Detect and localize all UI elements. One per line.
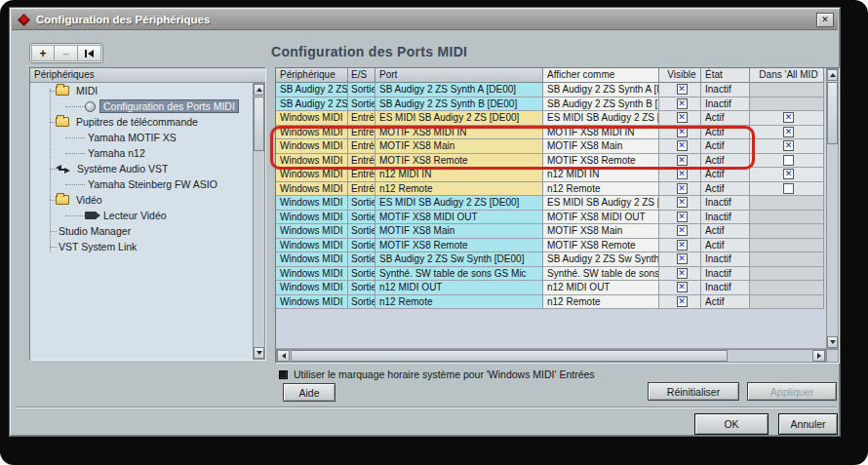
checked-checkbox[interactable] (783, 112, 794, 123)
show-as-cell[interactable]: MOTIF XS8 Remote (543, 239, 659, 253)
close-button[interactable]: ✕ (816, 13, 834, 27)
state-cell[interactable]: Inactif (701, 252, 750, 267)
state-cell[interactable]: Actif (701, 168, 750, 182)
checked-checkbox[interactable] (677, 140, 688, 151)
visible-cell[interactable] (659, 295, 701, 310)
scroll-up-button[interactable] (827, 69, 838, 81)
checked-checkbox[interactable] (677, 197, 688, 208)
table-row[interactable]: Windows MIDISortieES MIDI SB Audigy 2 ZS… (276, 196, 826, 211)
apply-button[interactable]: Appliquer (747, 382, 837, 401)
tree-item[interactable]: Yamaha MOTIF XS (30, 130, 265, 145)
tree-item[interactable]: Système Audio VST (30, 161, 265, 176)
visible-cell[interactable] (659, 97, 701, 112)
tree-item[interactable]: VST System Link (30, 239, 265, 254)
checked-checkbox[interactable] (677, 183, 688, 194)
visible-cell[interactable] (659, 281, 701, 295)
checked-checkbox[interactable] (677, 98, 688, 109)
table-row[interactable]: Windows MIDISortien12 Remoten12 RemoteAc… (276, 295, 826, 310)
checked-checkbox[interactable] (783, 127, 794, 137)
table-row[interactable]: Windows MIDIEntréen12 MIDI INn12 MIDI IN… (276, 168, 826, 182)
checked-checkbox[interactable] (677, 169, 688, 179)
scrollbar-thumb[interactable] (827, 82, 838, 144)
ok-button[interactable]: OK (694, 413, 769, 435)
table-row[interactable]: Windows MIDIEntréeES MIDI SB Audigy 2 ZS… (276, 111, 826, 126)
table-row[interactable]: Windows MIDIEntréeMOTIF XS8 MainMOTIF XS… (276, 139, 826, 154)
visible-cell[interactable] (659, 168, 701, 182)
column-header[interactable]: Visible (659, 68, 701, 83)
visible-cell[interactable] (659, 139, 701, 154)
visible-cell[interactable] (659, 239, 701, 253)
scroll-left-button[interactable] (277, 350, 290, 362)
show-as-cell[interactable]: MOTIF XS8 Main (543, 224, 659, 239)
add-device-button[interactable]: + (31, 45, 55, 61)
table-row[interactable]: Windows MIDIEntréen12 Remoten12 RemoteAc… (276, 182, 826, 197)
in-all-midi-cell[interactable] (750, 83, 824, 97)
checked-checkbox[interactable] (783, 169, 794, 179)
unchecked-checkbox[interactable] (783, 155, 794, 166)
column-header[interactable]: Périphérique (276, 68, 348, 83)
in-all-midi-cell[interactable] (750, 111, 824, 126)
state-cell[interactable]: Actif (701, 182, 750, 197)
show-as-cell[interactable]: MOTIF XS8 Main (543, 139, 659, 154)
in-all-midi-cell[interactable] (750, 97, 824, 112)
column-header[interactable]: Port (375, 68, 543, 83)
in-all-midi-cell[interactable] (750, 211, 824, 225)
table-row[interactable]: Windows MIDISortieSB Audigy 2 ZS Sw Synt… (276, 252, 826, 267)
table-row[interactable]: Windows MIDISortien12 MIDI OUTn12 MIDI O… (276, 281, 826, 295)
table-row[interactable]: SB Audigy 2 ZS SynSortieSB Audigy 2 ZS S… (276, 97, 826, 112)
table-horizontal-scrollbar[interactable] (276, 349, 826, 363)
in-all-midi-cell[interactable] (750, 196, 824, 211)
state-cell[interactable]: Inactif (701, 83, 750, 97)
tree-item[interactable]: Yamaha Steinberg FW ASIO (30, 176, 265, 192)
show-as-cell[interactable]: SB Audigy 2 ZS Synth A [DE0 (543, 83, 659, 97)
show-as-cell[interactable]: MOTIF XS8 MIDI IN (543, 126, 659, 140)
show-as-cell[interactable]: ES MIDI SB Audigy 2 ZS [DE0 (543, 111, 659, 126)
in-all-midi-cell[interactable] (750, 295, 824, 310)
show-as-cell[interactable]: n12 MIDI IN (543, 168, 659, 182)
tree-item[interactable]: MIDI (30, 83, 265, 98)
in-all-midi-cell[interactable] (750, 154, 824, 169)
show-as-cell[interactable]: SB Audigy 2 ZS Sw Synth [DE (543, 252, 659, 267)
state-cell[interactable]: Inactif (701, 281, 750, 295)
table-row[interactable]: SB Audigy 2 ZS SynSortieSB Audigy 2 ZS S… (276, 83, 826, 97)
scroll-up-button[interactable] (254, 84, 264, 96)
visible-cell[interactable] (659, 111, 701, 126)
state-cell[interactable]: Actif (701, 154, 750, 169)
in-all-midi-cell[interactable] (750, 281, 824, 295)
titlebar[interactable]: Configuration des Périphériques ✕ (12, 10, 838, 30)
checked-checkbox[interactable] (677, 212, 688, 222)
checked-checkbox[interactable] (677, 155, 688, 166)
checked-checkbox[interactable] (677, 225, 688, 236)
scroll-down-button[interactable] (827, 336, 838, 348)
visible-cell[interactable] (659, 126, 701, 140)
state-cell[interactable]: Inactif (701, 196, 750, 211)
tree-item[interactable]: Yamaha n12 (30, 145, 265, 161)
show-as-cell[interactable]: n12 MIDI OUT (543, 281, 659, 295)
visible-cell[interactable] (659, 196, 701, 211)
visible-cell[interactable] (659, 154, 701, 169)
state-cell[interactable]: Actif (701, 224, 750, 239)
state-cell[interactable]: Inactif (701, 267, 750, 282)
table-vertical-scrollbar[interactable] (826, 68, 839, 349)
show-as-cell[interactable]: n12 Remote (543, 295, 659, 310)
visible-cell[interactable] (659, 224, 701, 239)
in-all-midi-cell[interactable] (750, 139, 824, 154)
cancel-button[interactable]: Annuler (778, 413, 838, 435)
column-header[interactable]: Afficher comme (543, 68, 659, 83)
table-row[interactable]: Windows MIDISortieSynthé. SW table de so… (276, 267, 826, 282)
checked-checkbox[interactable] (783, 140, 794, 151)
show-as-cell[interactable]: ES MIDI SB Audigy 2 ZS [DE0 (543, 196, 659, 211)
checked-checkbox[interactable] (677, 127, 688, 137)
column-header[interactable]: État (701, 68, 750, 83)
table-row[interactable]: Windows MIDISortieMOTIF XS8 MIDI OUTMOTI… (276, 211, 826, 225)
state-cell[interactable]: Actif (701, 139, 750, 154)
show-as-cell[interactable]: SB Audigy 2 ZS Synth B [DE0 (543, 97, 659, 112)
checked-checkbox[interactable] (677, 112, 688, 123)
scrollbar-thumb[interactable] (254, 97, 264, 151)
visible-cell[interactable] (659, 267, 701, 282)
system-timestamp-checkbox[interactable] (279, 370, 288, 379)
show-as-cell[interactable]: MOTIF XS8 Remote (543, 154, 659, 169)
state-cell[interactable]: Actif (701, 126, 750, 140)
reset-button[interactable] (78, 45, 101, 61)
in-all-midi-cell[interactable] (750, 267, 824, 282)
